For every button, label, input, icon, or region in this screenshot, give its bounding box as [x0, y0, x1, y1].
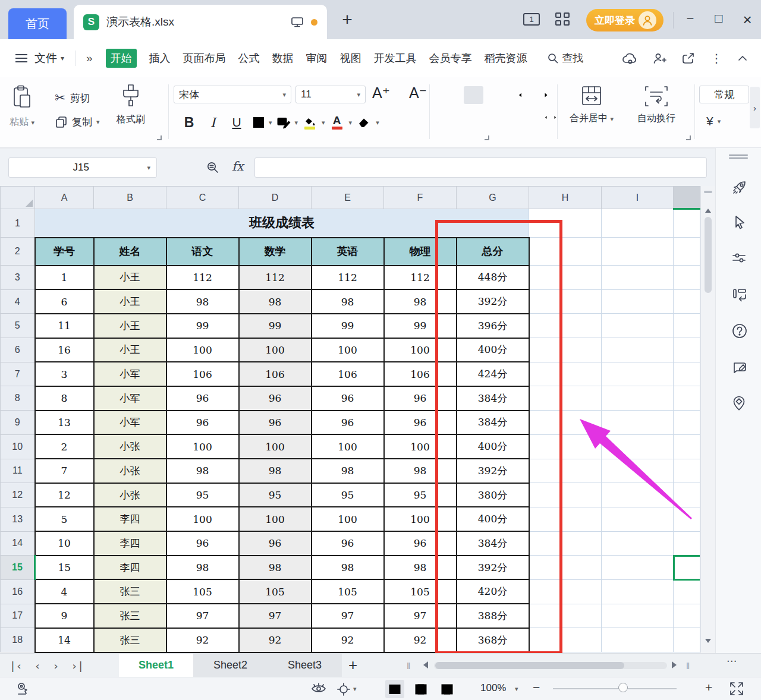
cell[interactable]: 100 — [166, 434, 239, 459]
cell[interactable] — [602, 507, 674, 531]
hscroll-right-arrow[interactable] — [672, 661, 677, 669]
cell[interactable]: 14 — [35, 628, 94, 652]
cell[interactable]: 96 — [239, 531, 312, 556]
row-header-11[interactable]: 11 — [1, 459, 35, 483]
cell[interactable]: 97 — [312, 604, 384, 628]
cell[interactable]: 小王 — [94, 338, 166, 362]
cell[interactable] — [602, 289, 674, 314]
cell[interactable]: 95 — [312, 483, 384, 507]
cell[interactable]: 92 — [239, 628, 312, 652]
cell[interactable]: 105 — [239, 579, 312, 604]
cell[interactable]: 95 — [166, 483, 239, 507]
rocket-quick-access-icon[interactable] — [731, 179, 748, 196]
cell[interactable]: 92 — [166, 628, 239, 652]
font-size-combo[interactable]: 11 ▾ — [295, 86, 366, 103]
menu-item-公式[interactable]: 公式 — [238, 51, 260, 65]
increase-font-button[interactable]: A⁺ — [372, 84, 390, 102]
cell[interactable] — [602, 238, 674, 266]
cell[interactable]: 99 — [312, 314, 384, 338]
cell[interactable] — [602, 314, 674, 338]
first-sheet-button[interactable]: |‹ — [10, 660, 23, 672]
copy-button[interactable]: 复制 ▾ — [55, 115, 100, 129]
file-chevron-down-icon[interactable]: ▾ — [61, 54, 64, 62]
eraser-dropdown-icon[interactable]: ▾ — [376, 119, 379, 127]
cell[interactable]: 96 — [239, 386, 312, 411]
share-user-icon[interactable] — [652, 52, 666, 65]
cell[interactable] — [674, 209, 700, 238]
fill-color-icon[interactable] — [298, 115, 322, 130]
help-icon[interactable] — [731, 323, 748, 339]
cell[interactable]: 96 — [312, 531, 384, 556]
table-header-cell[interactable]: 数学 — [239, 238, 312, 266]
row-header-3[interactable]: 3 — [1, 266, 35, 290]
font-name-combo[interactable]: 宋体 ▾ — [174, 86, 291, 103]
cell[interactable]: 105 — [166, 579, 239, 604]
cell[interactable]: 9 — [35, 604, 94, 628]
cell[interactable] — [674, 604, 700, 628]
cell[interactable] — [674, 386, 700, 411]
cell[interactable]: 1 — [35, 266, 94, 290]
cell[interactable] — [602, 483, 674, 507]
cell[interactable] — [674, 289, 700, 314]
currency-format-button[interactable]: ¥ ▾ — [706, 114, 721, 128]
cell[interactable]: 小张 — [94, 459, 166, 483]
select-all-corner[interactable] — [1, 187, 35, 209]
cell[interactable]: 3 — [35, 362, 94, 386]
home-tab-button[interactable]: 首页 — [8, 8, 67, 39]
tabbar-splitter[interactable]: ‖ — [407, 661, 410, 671]
italic-button[interactable]: I — [201, 113, 225, 132]
menu-item-会员专享[interactable]: 会员专享 — [429, 51, 472, 65]
scroll-up-arrow[interactable] — [705, 209, 711, 213]
selection-target-icon[interactable] — [337, 682, 351, 696]
feedback-pen-icon[interactable] — [731, 358, 749, 375]
menu-item-稻壳资源[interactable]: 稻壳资源 — [485, 51, 527, 65]
menu-item-视图[interactable]: 视图 — [340, 51, 361, 65]
cell[interactable] — [602, 386, 674, 411]
cell[interactable]: 98 — [239, 556, 312, 580]
menu-item-数据[interactable]: 数据 — [272, 51, 294, 65]
cell[interactable]: 100 — [312, 507, 384, 531]
align-left-icon[interactable] — [438, 112, 458, 130]
cell[interactable] — [602, 459, 674, 483]
paste-button[interactable]: 粘贴 ▾ — [10, 84, 34, 128]
cell[interactable] — [602, 531, 674, 556]
cell[interactable]: 李四 — [94, 507, 166, 531]
sliders-settings-icon[interactable] — [731, 250, 747, 266]
overflow-chevrons-icon[interactable]: » — [86, 52, 93, 65]
fx-insert-function[interactable]: fx — [232, 159, 244, 174]
cell[interactable]: 112 — [312, 266, 384, 290]
row-header-17[interactable]: 17 — [1, 604, 35, 628]
row-header-2[interactable]: 2 — [1, 238, 35, 266]
window-layout-icon[interactable]: 1 — [523, 13, 540, 26]
table-header-cell[interactable]: 姓名 — [94, 238, 166, 266]
paste-dropdown-icon[interactable]: ▾ — [31, 119, 34, 126]
vertical-scroll-thumb[interactable] — [705, 217, 712, 293]
collapse-ribbon-icon[interactable] — [737, 55, 748, 62]
cell[interactable]: 张三 — [94, 579, 166, 604]
cell[interactable]: 小王 — [94, 289, 166, 314]
row-header-7[interactable]: 7 — [1, 362, 35, 386]
column-header-A[interactable]: A — [35, 187, 94, 209]
formula-input[interactable] — [254, 157, 707, 178]
menu-item-插入[interactable]: 插入 — [149, 51, 171, 65]
previous-sheet-button[interactable]: ‹ — [34, 660, 41, 672]
cell[interactable]: 98 — [239, 459, 312, 483]
cell[interactable]: 4 — [35, 579, 94, 604]
cell[interactable]: 100 — [239, 338, 312, 362]
add-sheet-button[interactable]: + — [348, 656, 357, 674]
cell[interactable]: 98 — [166, 289, 239, 314]
cell[interactable]: 8 — [35, 386, 94, 411]
cell[interactable]: 106 — [239, 362, 312, 386]
row-header-6[interactable]: 6 — [1, 338, 35, 362]
cell[interactable]: 10 — [35, 531, 94, 556]
cell[interactable] — [674, 579, 700, 604]
maximize-button[interactable]: □ — [710, 11, 728, 26]
cell[interactable]: 5 — [35, 507, 94, 531]
decrease-font-button[interactable]: A⁻ — [409, 84, 427, 102]
tab-overflow-dots-icon[interactable]: ⋯ — [727, 655, 738, 667]
cell[interactable]: 96 — [312, 386, 384, 411]
column-header-D[interactable]: D — [239, 187, 312, 209]
cell[interactable]: 97 — [239, 604, 312, 628]
sheet-tab-Sheet2[interactable]: Sheet2 — [193, 654, 268, 677]
more-options-icon[interactable]: ⋮ — [710, 51, 722, 65]
